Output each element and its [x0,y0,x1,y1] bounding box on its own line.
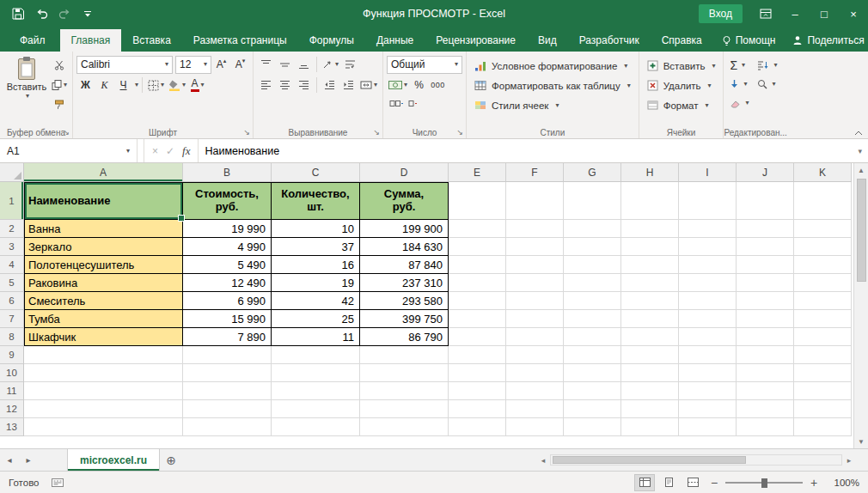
formula-bar-grip[interactable] [138,139,144,162]
save-icon[interactable] [7,3,29,25]
cell-B10[interactable] [183,364,272,382]
cell-F13[interactable] [506,418,564,436]
cell-D9[interactable] [360,346,449,364]
row-header-4[interactable]: 4 [0,256,24,274]
tab-page-layout[interactable]: Разметка страницы [182,29,298,52]
cell-E8[interactable] [449,328,506,346]
row-header-9[interactable]: 9 [0,346,24,364]
sort-filter-button[interactable]: ▾ [755,56,779,75]
cell-F9[interactable] [506,346,564,364]
cell-G6[interactable] [564,292,621,310]
cell-C10[interactable] [272,364,360,382]
clipboard-dialog-launcher-icon[interactable]: ↘ [63,129,70,137]
cell-A3[interactable]: Зеркало [24,238,183,256]
close-icon[interactable]: × [839,0,868,27]
cell-K3[interactable] [794,238,852,256]
tab-home[interactable]: Главная [60,29,122,52]
cell-F3[interactable] [506,238,564,256]
cell-E10[interactable] [449,364,506,382]
decrease-decimal-icon[interactable] [406,96,424,110]
cell-D10[interactable] [360,364,449,382]
cell-J2[interactable] [737,220,794,238]
cell-H5[interactable] [621,274,679,292]
cell-E2[interactable] [449,220,506,238]
cell-A13[interactable] [24,418,183,436]
row-header-12[interactable]: 12 [0,400,24,418]
cell-F7[interactable] [506,310,564,328]
cell-G1[interactable] [564,182,621,220]
align-left-icon[interactable] [257,76,275,94]
cell-E13[interactable] [449,418,506,436]
maximize-icon[interactable]: □ [810,0,839,27]
cell-J12[interactable] [737,400,794,418]
cell-I9[interactable] [679,346,737,364]
cell-B4[interactable]: 5 490 [183,256,272,274]
cell-J1[interactable] [737,182,794,220]
cell-K13[interactable] [794,418,852,436]
row-header-6[interactable]: 6 [0,292,24,310]
cell-E6[interactable] [449,292,506,310]
qat-customize-icon[interactable] [76,3,99,25]
cell-G12[interactable] [564,400,621,418]
cell-D5[interactable]: 237 310 [360,274,449,292]
cell-B13[interactable] [183,418,272,436]
scroll-left-icon[interactable]: ◂ [536,456,550,465]
scroll-right-icon[interactable]: ▸ [842,456,856,465]
cell-A1[interactable]: Наименование [24,182,183,220]
cell-B9[interactable] [183,346,272,364]
cell-C6[interactable]: 42 [272,292,360,310]
cell-D2[interactable]: 199 900 [360,220,449,238]
cell-E1[interactable] [449,182,506,220]
zoom-slider-thumb[interactable] [761,478,767,488]
cell-B12[interactable] [183,400,272,418]
cell-E3[interactable] [449,238,506,256]
number-format-select[interactable]: Общий▾ [387,56,462,74]
cell-C4[interactable]: 16 [272,256,360,274]
horizontal-scrollbar[interactable]: ◂ ▸ [536,454,856,466]
row-header-8[interactable]: 8 [0,328,24,346]
cell-C2[interactable]: 10 [272,220,360,238]
copy-button[interactable]: ▾ [50,76,69,94]
sheet-tab-active[interactable]: microexcel.ru [67,449,160,471]
cell-D3[interactable]: 184 630 [360,238,449,256]
cell-B3[interactable]: 4 990 [183,238,272,256]
cell-H2[interactable] [621,220,679,238]
bold-button[interactable]: Ж [76,76,95,94]
cell-I13[interactable] [679,418,737,436]
cell-J5[interactable] [737,274,794,292]
cell-G2[interactable] [564,220,621,238]
cell-D8[interactable]: 86 790 [360,328,449,346]
macro-record-icon[interactable] [52,478,64,487]
cell-G10[interactable] [564,364,621,382]
cell-J7[interactable] [737,310,794,328]
row-header-5[interactable]: 5 [0,274,24,292]
cell-B1[interactable]: Стоимость, руб. [183,182,272,220]
cell-E4[interactable] [449,256,506,274]
cell-F11[interactable] [506,382,564,400]
signin-button[interactable]: Вход [699,4,743,23]
alignment-dialog-launcher-icon[interactable]: ↘ [373,129,380,137]
row-header-7[interactable]: 7 [0,310,24,328]
increase-indent-icon[interactable] [339,76,358,94]
cell-G3[interactable] [564,238,621,256]
accounting-format-icon[interactable]: ▾ [387,76,409,94]
cell-D13[interactable] [360,418,449,436]
cell-A8[interactable]: Шкафчик [24,328,183,346]
fill-color-icon[interactable]: ▾ [167,76,187,94]
tab-data[interactable]: Данные [365,29,425,52]
enter-icon[interactable]: ✓ [166,145,174,157]
cell-J13[interactable] [737,418,794,436]
fill-button[interactable]: ▾ [727,75,751,94]
cell-H13[interactable] [621,418,679,436]
conditional-formatting-button[interactable]: Условное форматирование ▾ [470,56,635,76]
column-header-J[interactable]: J [737,163,794,182]
align-right-icon[interactable] [295,76,313,94]
tab-formulas[interactable]: Формулы [298,29,365,52]
cell-G4[interactable] [564,256,621,274]
cell-H8[interactable] [621,328,679,346]
zoom-slider[interactable] [725,477,803,489]
cell-K1[interactable] [794,182,852,220]
scroll-down-icon[interactable]: ▼ [854,435,868,448]
cell-H12[interactable] [621,400,679,418]
cell-G8[interactable] [564,328,621,346]
